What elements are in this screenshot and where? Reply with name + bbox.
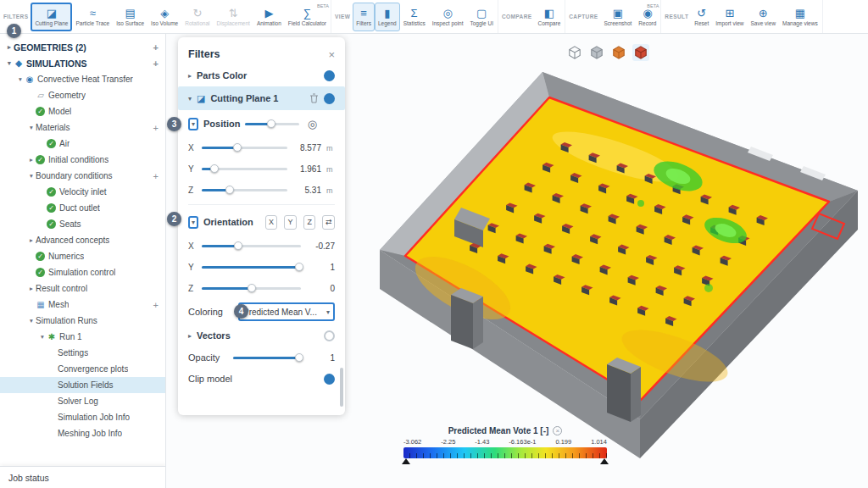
chevron-right-icon[interactable]: ▸ [5, 43, 14, 51]
chevron-down-icon[interactable]: ▾ [5, 59, 14, 67]
trash-icon[interactable] [309, 93, 319, 103]
tree-item-settings[interactable]: Settings [0, 345, 165, 361]
tree-item-run-1[interactable]: ▾✱Run 1 [0, 329, 165, 345]
toolbar-item-save-view[interactable]: ⊕Save view [747, 3, 779, 31]
tree-item-materials[interactable]: ▾Materials+ [0, 119, 165, 136]
parts-color-toggle[interactable] [324, 70, 335, 81]
tree-item-velocity-inlet[interactable]: ✓Velocity inlet [0, 184, 165, 200]
view-cube-red-icon[interactable] [632, 44, 649, 61]
chevron-down-icon[interactable]: ▾ [38, 333, 47, 341]
position-y-value[interactable]: 1.961 [292, 164, 321, 174]
flip-axes-icon[interactable]: ⇄ [322, 215, 335, 230]
tree-item-air[interactable]: ✓Air [0, 136, 165, 152]
orientation-x-value[interactable]: -0.27 [306, 241, 335, 251]
tree-item-seats[interactable]: ✓Seats [0, 216, 165, 232]
tree-item-duct-outlet[interactable]: ✓Duct outlet [0, 200, 165, 216]
toolbar-item-toggle-ui[interactable]: ▢Toggle UI [467, 3, 497, 31]
toolbar-item-legend[interactable]: ▮Legend [375, 3, 400, 31]
tree-item-result-control[interactable]: ▸Result control [0, 280, 165, 297]
chevron-right-icon[interactable]: ▸ [27, 236, 36, 244]
tree-item-numerics[interactable]: ✓Numerics [0, 248, 165, 264]
tree-item-advanced-concepts[interactable]: ▸Advanced concepts [0, 232, 165, 248]
orientation-y-value[interactable]: 1 [306, 263, 335, 272]
view-cube-outline-icon[interactable] [566, 44, 583, 61]
orientation-y-button[interactable]: Y [284, 215, 297, 230]
opacity-value[interactable]: 1 [306, 353, 335, 363]
tree-item-simulations[interactable]: ▾◈SIMULATIONS+ [0, 55, 165, 71]
vectors-row[interactable]: ▸ Vectors [188, 324, 335, 347]
tree-item-simulation-runs[interactable]: ▾Simulation Runs [0, 313, 165, 329]
toolbar-item-iso-surface[interactable]: ▤Iso Surface [113, 3, 147, 31]
toolbar-item-rotational[interactable]: ↻Rotational [181, 3, 213, 31]
position-z-value[interactable]: 5.31 [292, 186, 321, 195]
toolbar-item-manage-views[interactable]: ▦Manage views [779, 3, 821, 31]
chevron-down-icon[interactable]: ▾ [16, 75, 25, 83]
orientation-z-button[interactable]: Z [303, 215, 316, 230]
job-status-bar[interactable]: Job status [0, 466, 166, 488]
add-icon[interactable]: + [153, 123, 159, 133]
toolbar-item-cutting-plane[interactable]: ◪Cutting Plane [31, 3, 72, 31]
parts-color-row[interactable]: ▸ Parts Color [188, 64, 335, 86]
chevron-down-icon[interactable]: ▾ [27, 124, 36, 131]
tree-item-simulation-control[interactable]: ✓Simulation control [0, 264, 165, 280]
opacity-slider[interactable] [233, 357, 301, 359]
toolbar-item-statistics[interactable]: ΣStatistics [400, 3, 429, 31]
orientation-z-slider[interactable] [202, 287, 301, 290]
tree-item-boundary-conditions[interactable]: ▾Boundary conditions+ [0, 168, 165, 184]
clip-model-row[interactable]: Clip model [188, 369, 335, 389]
toolbar-item-iso-volume[interactable]: ◈Iso Volume [147, 3, 181, 31]
cutting-plane-toggle[interactable] [324, 93, 335, 104]
add-icon[interactable]: + [153, 300, 159, 310]
view-cube-orange-icon[interactable] [610, 44, 627, 61]
cutting-plane-row[interactable]: ▾ ◪ Cutting Plane 1 [178, 86, 345, 110]
coloring-dropdown[interactable]: Predicted Mean V... ▾ [238, 302, 335, 321]
scrollbar[interactable] [340, 368, 343, 407]
chevron-right-icon[interactable]: ▸ [27, 285, 36, 292]
toolbar-item-displacement[interactable]: ⇅Displacement [214, 3, 253, 31]
legend-close-icon[interactable]: × [553, 426, 562, 435]
position-main-slider[interactable] [245, 123, 299, 125]
toolbar-item-compare[interactable]: ◧Compare [535, 3, 565, 31]
chevron-down-icon[interactable]: ▾ [188, 118, 198, 130]
add-icon[interactable]: + [153, 171, 159, 181]
tree-item-convective-heat-transfer[interactable]: ▾◉Convective Heat Transfer [0, 71, 165, 87]
view-cube-solid-icon[interactable] [588, 44, 605, 61]
toolbar-item-animation[interactable]: ▶Animation [253, 3, 285, 31]
tree-item-geometry[interactable]: ▱Geometry [0, 87, 165, 103]
toolbar-item-screenshot[interactable]: ▣Screenshot [600, 3, 635, 31]
chevron-down-icon[interactable]: ▾ [27, 317, 36, 324]
tree-item-meshing-job-info[interactable]: Meshing Job Info [0, 425, 165, 441]
toolbar-item-inspect-point[interactable]: ◎Inspect point [429, 3, 467, 31]
vectors-toggle[interactable] [324, 330, 335, 341]
gizmo-icon[interactable]: ◎ [304, 116, 320, 131]
toolbar-item-record[interactable]: ◉RecordBETA [635, 3, 659, 31]
chevron-down-icon[interactable]: ▾ [27, 172, 36, 180]
position-section-header[interactable]: ▾ Position ◎ [188, 110, 335, 137]
orientation-y-slider[interactable] [202, 266, 301, 269]
tree-item-initial-conditions[interactable]: ▸✓Initial conditions [0, 152, 165, 168]
tree-item-geometries-2[interactable]: ▸GEOMETRIES (2)+ [0, 39, 165, 55]
close-icon[interactable]: × [328, 48, 335, 61]
tree-item-mesh[interactable]: ▦Mesh+ [0, 297, 165, 313]
clip-model-toggle[interactable] [324, 374, 335, 385]
orientation-section-header[interactable]: ▾ Orientation X Y Z ⇄ [188, 208, 335, 236]
chevron-down-icon[interactable]: ▾ [188, 216, 198, 229]
tree-item-solution-fields[interactable]: Solution Fields [0, 377, 165, 393]
tree-item-solver-log[interactable]: Solver Log [0, 393, 165, 409]
toolbar-item-filters[interactable]: ≡Filters [353, 3, 375, 31]
tree-item-convergence-plots[interactable]: Convergence plots [0, 361, 165, 377]
chevron-right-icon[interactable]: ▸ [27, 156, 36, 164]
add-icon[interactable]: + [153, 58, 159, 69]
toolbar-item-reset[interactable]: ↺Reset [691, 3, 712, 31]
toolbar-item-import-view[interactable]: ⊞Import view [712, 3, 747, 31]
position-y-slider[interactable] [202, 168, 287, 170]
toolbar-item-field-calculator[interactable]: ∑Field CalculatorBETA [285, 3, 330, 31]
add-icon[interactable]: + [153, 42, 159, 53]
tree-item-model[interactable]: ✓Model [0, 103, 165, 119]
orientation-z-value[interactable]: 0 [306, 284, 335, 293]
orientation-x-button[interactable]: X [265, 215, 278, 230]
tree-item-simulation-job-info[interactable]: Simulation Job Info [0, 409, 165, 425]
toolbar-item-particle-trace[interactable]: ≈Particle Trace [72, 3, 113, 31]
orientation-x-slider[interactable] [202, 245, 301, 247]
position-x-value[interactable]: 8.577 [292, 143, 321, 152]
